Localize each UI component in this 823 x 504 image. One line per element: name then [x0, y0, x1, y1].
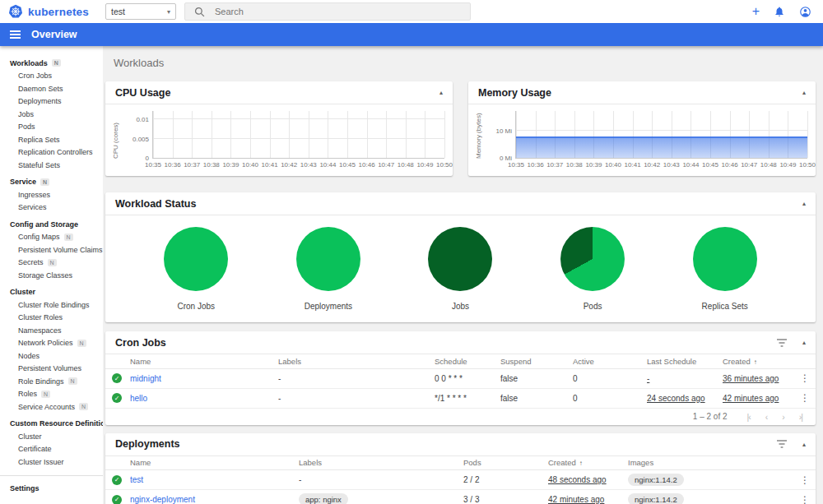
row-menu-button[interactable]: ⋮ [794, 474, 816, 486]
menu-hamburger-icon[interactable] [10, 30, 21, 39]
sidebar-section-service[interactable]: ServiceN [0, 176, 103, 189]
sidebar-item-pods[interactable]: Pods [0, 121, 103, 134]
column-header-labels[interactable]: Labels [278, 357, 435, 366]
pie-chart[interactable] [164, 227, 228, 291]
column-header-labels[interactable]: Labels [299, 458, 463, 467]
sidebar-item-config-maps[interactable]: Config MapsN [0, 231, 103, 244]
column-header-name[interactable]: Name [130, 458, 299, 467]
sidebar-item-stateful-sets[interactable]: Stateful Sets [0, 159, 103, 172]
filter-icon[interactable] [776, 439, 788, 449]
sidebar-item-label: Cluster Issuer [18, 458, 64, 466]
sidebar-item-roles[interactable]: RolesN [0, 388, 103, 401]
status-cell: ✓ [105, 495, 130, 504]
sidebar-item-deployments[interactable]: Deployments [0, 95, 103, 109]
sidebar-item-settings[interactable]: Settings [0, 480, 103, 497]
cell-created: 42 minutes ago [548, 495, 628, 504]
sidebar-item-replica-sets[interactable]: Replica Sets [0, 133, 103, 146]
sidebar-item-cluster-roles[interactable]: Cluster Roles [0, 312, 103, 325]
sidebar-item-secrets[interactable]: SecretsN [0, 257, 103, 270]
table-row[interactable]: ✓nginx-deploymentapp: nginx3 / 342 minut… [105, 490, 816, 504]
row-menu-button[interactable]: ⋮ [794, 494, 816, 504]
row-menu-button[interactable]: ⋮ [794, 372, 816, 384]
namespaced-badge: N [48, 259, 57, 266]
column-header-images[interactable]: Images [628, 458, 794, 467]
sidebar-section-custom-resource-definitions[interactable]: Custom Resource Definitions [0, 418, 103, 431]
next-page-button[interactable]: › [782, 412, 784, 422]
sidebar-item-daemon-sets[interactable]: Daemon Sets [0, 82, 103, 95]
search-bar[interactable] [184, 2, 471, 21]
sort-ascending-icon: ↑ [579, 460, 583, 467]
pie-chart[interactable] [693, 227, 757, 291]
sidebar-item-cluster-role-bindings[interactable]: Cluster Role Bindings [0, 298, 103, 312]
first-page-button[interactable]: |‹ [747, 412, 751, 422]
cell-active: 0 [573, 394, 647, 403]
table-row[interactable]: ✓test-2 / 248 seconds agonginx:1.14.2⋮ [105, 470, 816, 490]
sidebar-item-label: Cluster [18, 432, 42, 441]
column-header-created[interactable]: Created↑ [723, 357, 794, 366]
sidebar-section-workloads[interactable]: WorkloadsN [0, 57, 103, 70]
pie-chart[interactable] [560, 227, 625, 291]
search-input[interactable] [215, 7, 461, 16]
collapse-caret-icon[interactable]: ▴ [439, 89, 443, 96]
namespace-selector[interactable]: test ▾ [105, 3, 176, 20]
gridline [153, 118, 444, 119]
column-header-suspend[interactable]: Suspend [500, 357, 573, 366]
sidebar-item-label: Persistent Volume Claims [18, 246, 103, 254]
x-tick-label: 10:48 [398, 161, 414, 169]
collapse-caret-icon[interactable]: ▴ [802, 200, 806, 207]
sidebar-item-jobs[interactable]: Jobs [0, 108, 103, 121]
kubernetes-logo[interactable]: kubernetes [0, 4, 99, 19]
last-page-button[interactable]: ›| [799, 412, 802, 422]
filter-icon[interactable] [776, 338, 788, 348]
sidebar-item-replication-controllers[interactable]: Replication Controllers [0, 146, 103, 160]
sidebar-item-label: Replica Sets [18, 136, 60, 144]
column-header-last-schedule[interactable]: Last Schedule [647, 357, 723, 366]
sidebar-item-persistent-volume-claims[interactable]: Persistent Volume ClaimsN [0, 243, 103, 257]
sidebar-item-service-accounts[interactable]: Service AccountsN [0, 400, 103, 414]
y-axis-label: CPU (cores) [112, 111, 119, 159]
sidebar-item-role-bindings[interactable]: Role BindingsN [0, 375, 103, 388]
table-row[interactable]: ✓hello-*/1 * * * *false024 seconds ago42… [105, 389, 816, 409]
column-header-active[interactable]: Active [573, 357, 647, 366]
sidebar-item-storage-classes[interactable]: Storage Classes [0, 269, 103, 282]
sidebar-item-persistent-volumes[interactable]: Persistent Volumes [0, 363, 103, 376]
sidebar-item-cron-jobs[interactable]: Cron Jobs [0, 70, 103, 83]
sidebar-item-certificate[interactable]: Certificate [0, 443, 103, 456]
column-header-name[interactable]: Name [130, 357, 278, 366]
cell-suspend: false [500, 374, 573, 383]
resource-link[interactable]: nginx-deployment [130, 495, 195, 504]
collapse-caret-icon[interactable]: ▴ [802, 89, 806, 96]
column-header-schedule[interactable]: Schedule [435, 357, 500, 366]
gridline [153, 138, 444, 139]
column-header-created[interactable]: Created↑ [548, 458, 628, 467]
sidebar-item-network-policies[interactable]: Network PoliciesN [0, 337, 103, 350]
user-account-icon[interactable] [799, 6, 811, 18]
previous-page-button[interactable]: ‹ [765, 412, 768, 422]
table-row[interactable]: ✓midnight-0 0 * * *false0-36 minutes ago… [105, 369, 816, 389]
sidebar-item-cluster-issuer[interactable]: Cluster Issuer [0, 455, 103, 469]
sidebar-item-services[interactable]: Services [0, 201, 103, 215]
notifications-bell-icon[interactable] [774, 6, 785, 17]
sidebar-section-cluster[interactable]: Cluster [0, 286, 103, 299]
create-resource-button[interactable]: + [752, 5, 760, 18]
column-header-pods[interactable]: Pods [463, 458, 548, 467]
sidebar-item-about[interactable]: About [0, 502, 103, 504]
x-tick-label: 10:42 [644, 161, 660, 169]
resource-link[interactable]: midnight [130, 374, 161, 383]
collapse-caret-icon[interactable]: ▴ [802, 339, 806, 346]
row-menu-button[interactable]: ⋮ [794, 392, 816, 404]
pagination-range-label: 1 – 2 of 2 [693, 412, 728, 421]
collapse-caret-icon[interactable]: ▴ [802, 441, 806, 448]
sidebar-item-ingresses[interactable]: Ingresses [0, 188, 103, 201]
pie-chart[interactable] [428, 227, 492, 291]
topbar: kubernetes test ▾ + [0, 0, 823, 23]
pie-chart[interactable] [296, 227, 360, 291]
cell-labels: - [278, 394, 435, 403]
sidebar-section-config-and-storage[interactable]: Config and Storage [0, 218, 103, 231]
resource-link[interactable]: hello [130, 394, 147, 403]
sidebar-item-cluster[interactable]: Cluster [0, 430, 103, 443]
main-content: Workloads CPU Usage ▴ CPU (cores)10:3510… [103, 46, 823, 504]
sidebar-item-namespaces[interactable]: Namespaces [0, 324, 103, 337]
sidebar-item-nodes[interactable]: Nodes [0, 349, 103, 363]
resource-link[interactable]: test [130, 475, 143, 484]
